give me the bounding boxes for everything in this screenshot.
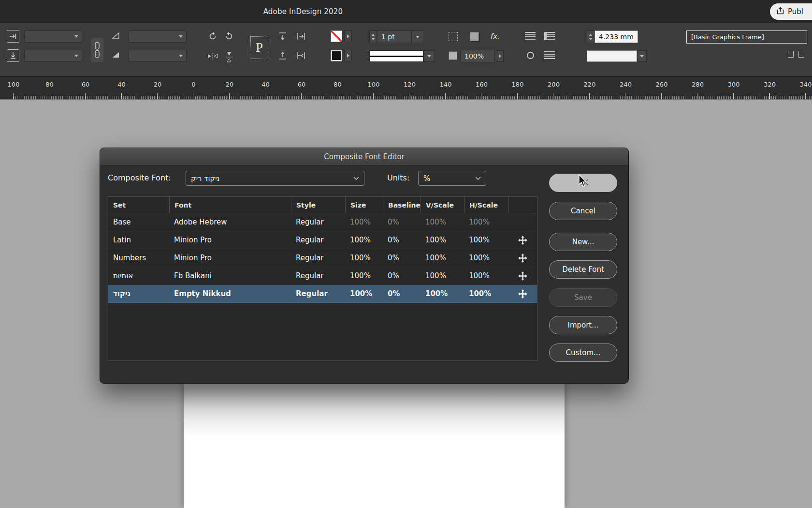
cancel-button[interactable]: Cancel xyxy=(549,202,617,220)
rotate-angle-icon[interactable] xyxy=(112,51,120,60)
cell-size: 100% xyxy=(345,267,383,284)
distribute-bottom-icon[interactable] xyxy=(278,51,287,62)
effects-fx-button[interactable]: fx. xyxy=(490,32,499,41)
opacity-field[interactable]: 100% xyxy=(460,50,495,62)
chevron-right-icon xyxy=(347,54,349,58)
share-upload-icon xyxy=(777,7,784,16)
save-button[interactable]: Save xyxy=(549,288,617,307)
new-button[interactable]: New... xyxy=(549,233,617,251)
publish-label: Publ xyxy=(788,7,803,16)
move-handle-icon[interactable] xyxy=(508,285,537,302)
cell-font: Minion Pro xyxy=(169,231,291,249)
cell-size: 100% xyxy=(345,285,383,302)
swatch-dropdown-button[interactable] xyxy=(637,50,647,62)
cell-size: 100% xyxy=(345,213,383,231)
stepper-down-icon xyxy=(371,38,375,40)
ruler-label: 160 xyxy=(476,81,488,88)
object-style-dropdown[interactable]: [Basic Graphics Frame] xyxy=(686,30,807,44)
cell-style: Regular xyxy=(291,285,345,302)
move-handle-icon[interactable] xyxy=(508,249,537,267)
chevron-down-icon xyxy=(74,35,78,38)
stroke-weight-dropdown-button[interactable] xyxy=(412,30,423,43)
table-row-numbers[interactable]: Numbers Minion Pro Regular 100% 0% 100% … xyxy=(108,249,537,267)
chevron-right-icon xyxy=(347,34,349,38)
stroke-style-preview[interactable] xyxy=(369,50,423,62)
table-row-nikud-selected[interactable]: ניקוד Empty Nikkud Regular 100% 0% 100% … xyxy=(108,285,537,303)
composite-font-select[interactable]: ניקוד ריק xyxy=(186,171,364,186)
table-row-otiyot[interactable]: אותיות Fb Balkani Regular 100% 0% 100% 1… xyxy=(108,267,537,285)
col-header-set: Set xyxy=(108,197,169,213)
distribute-horizontal-icon[interactable] xyxy=(297,32,305,43)
offset-stepper[interactable] xyxy=(587,30,594,43)
stroke-weight-stepper[interactable] xyxy=(369,30,377,43)
text-wrap-none-icon[interactable] xyxy=(525,32,536,40)
stroke-weight-field[interactable]: 1 pt xyxy=(377,30,412,43)
cell-style: Regular xyxy=(291,267,345,284)
stepper-up-icon xyxy=(371,34,375,36)
ruler-label: 140 xyxy=(440,81,452,88)
drop-shadow-icon[interactable] xyxy=(470,32,479,41)
y-position-combo[interactable] xyxy=(24,50,82,62)
stroke-options-button[interactable] xyxy=(344,50,352,61)
constrain-proportions-link-icon[interactable] xyxy=(91,38,103,62)
shear-icon[interactable] xyxy=(112,32,120,41)
new-label: New... xyxy=(572,238,594,246)
ruler-label: 180 xyxy=(512,81,524,88)
align-horizontal-icon[interactable] xyxy=(7,30,19,43)
cell-set: Base xyxy=(108,213,169,231)
ruler-label: 100 xyxy=(8,81,20,88)
object-style-value: [Basic Graphics Frame] xyxy=(691,33,764,41)
dialog-titlebar[interactable]: Composite Font Editor xyxy=(100,148,628,165)
align-vertical-icon[interactable] xyxy=(7,49,19,62)
publish-button[interactable]: Publ xyxy=(770,3,812,20)
document-page[interactable] xyxy=(184,363,565,508)
units-select[interactable]: % xyxy=(418,171,486,186)
rotate-ccw-icon[interactable] xyxy=(224,31,234,43)
fill-options-button[interactable] xyxy=(344,30,352,42)
ruler-label: 260 xyxy=(656,81,668,88)
text-wrap-bounding-icon[interactable] xyxy=(544,32,555,40)
cell-style: Regular xyxy=(291,213,345,231)
distribute-top-icon[interactable] xyxy=(278,32,287,43)
move-handle-icon[interactable] xyxy=(508,231,537,249)
swatch-preview-field[interactable] xyxy=(587,50,637,62)
page-tool-icon[interactable] xyxy=(788,51,794,58)
shear-angle-combo[interactable] xyxy=(129,30,187,43)
stroke-swatch-black[interactable] xyxy=(331,50,342,61)
ruler-label: 60 xyxy=(82,81,90,88)
pasteboard-canvas[interactable]: Composite Font Editor Composite Font: ני… xyxy=(0,100,812,508)
table-row-base[interactable]: Base Adobe Hebrew Regular 100% 0% 100% 1… xyxy=(108,213,537,231)
frame-fitting-icon[interactable] xyxy=(449,32,458,41)
delete-font-button[interactable]: Delete Font xyxy=(549,260,617,279)
wrap-options-icon[interactable] xyxy=(544,51,555,60)
units-label: Units: xyxy=(387,173,409,182)
rotation-proxy-p-indicator: P xyxy=(250,36,268,59)
opacity-icon[interactable] xyxy=(449,51,457,60)
opacity-dropdown-button[interactable] xyxy=(496,50,504,62)
cell-baseline: 0% xyxy=(383,285,420,302)
rotate-cw-icon[interactable] xyxy=(208,31,218,43)
col-header-vscale: V/Scale xyxy=(420,197,464,213)
cell-size: 100% xyxy=(345,249,383,267)
table-header-row: Set Font Style Size Baseline V/Scale H/S… xyxy=(108,197,537,213)
custom-button[interactable]: Custom... xyxy=(549,344,617,362)
wrap-around-shape-icon[interactable] xyxy=(527,52,534,59)
cell-font: Minion Pro xyxy=(169,249,291,267)
fill-swatch-none[interactable] xyxy=(331,30,342,42)
cell-set: ניקוד xyxy=(108,285,169,302)
spread-tool-icon[interactable] xyxy=(798,51,804,58)
rotation-angle-combo[interactable] xyxy=(129,50,187,62)
move-handle-icon[interactable] xyxy=(508,267,537,284)
import-button[interactable]: Import... xyxy=(549,316,617,334)
ruler-label: 20 xyxy=(226,81,234,88)
table-row-latin[interactable]: Latin Minion Pro Regular 100% 0% 100% 10… xyxy=(108,231,537,249)
flip-vertical-icon[interactable] xyxy=(225,51,233,65)
ruler-label: 80 xyxy=(334,81,342,88)
stroke-style-dropdown-button[interactable] xyxy=(423,50,435,62)
distribute-space-icon[interactable] xyxy=(297,51,305,62)
x-position-combo[interactable] xyxy=(24,30,82,43)
flip-horizontal-icon[interactable] xyxy=(207,52,218,62)
col-header-hscale: H/Scale xyxy=(464,197,508,213)
horizontal-ruler: 1008060402002040608010012014016018020022… xyxy=(0,76,812,100)
offset-field[interactable]: 4.233 mm xyxy=(594,30,638,43)
